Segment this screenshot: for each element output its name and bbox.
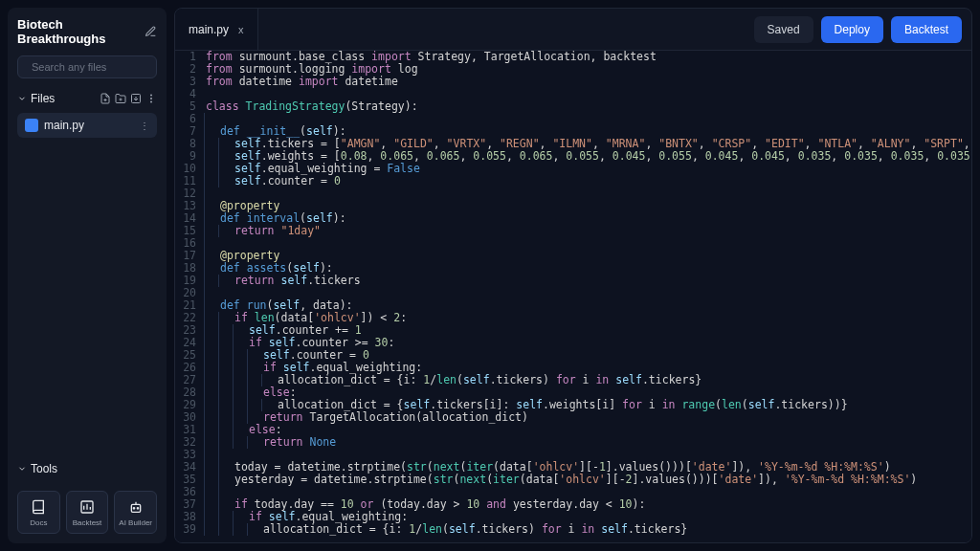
code-line[interactable]: 30return TargetAllocation(allocation_dic… [175, 411, 971, 424]
search-input[interactable] [32, 61, 164, 73]
project-title: Biotech Breakthroughs [17, 17, 145, 46]
code-line[interactable]: 5class TradingStrategy(Strategy): [175, 100, 971, 113]
deploy-button[interactable]: Deploy [821, 16, 883, 43]
file-name: main.py [44, 119, 84, 132]
code-content: yesterday = datetime.strptime(str(next(i… [233, 474, 917, 486]
svg-point-8 [150, 101, 152, 103]
code-line[interactable]: 19return self.tickers [175, 275, 971, 287]
code-content: from datetime import datetime [204, 76, 398, 88]
tab-close-icon[interactable]: x [238, 24, 244, 35]
code-line[interactable]: 3from datetime import datetime [175, 76, 971, 88]
code-line[interactable]: 32return None [175, 436, 971, 449]
tool-docs[interactable]: Docs [17, 491, 60, 534]
code-line[interactable]: 15return "1day" [175, 225, 971, 237]
chevron-down-icon [17, 94, 27, 103]
code-content: return None [261, 436, 336, 449]
python-file-icon [25, 119, 38, 132]
new-folder-icon[interactable] [115, 93, 126, 104]
code-content: class TradingStrategy(Strategy): [204, 100, 418, 113]
tool-aibuilder[interactable]: AI Builder [114, 491, 157, 534]
code-line[interactable]: 12 [175, 187, 971, 200]
tool-label: Docs [30, 518, 47, 527]
code-content: allocation_dict = {i: 1/len(self.tickers… [261, 523, 687, 536]
new-file-icon[interactable] [100, 93, 111, 104]
code-content: return self.tickers [233, 275, 361, 287]
saved-button[interactable]: Saved [754, 16, 813, 43]
tools-section-header[interactable]: Tools [17, 460, 157, 477]
chevron-down-icon [17, 464, 27, 474]
tools-label: Tools [31, 462, 57, 475]
files-section-header[interactable]: Files [17, 90, 157, 107]
code-line[interactable]: 11self.counter = 0 [175, 175, 971, 187]
code-content: return TargetAllocation(allocation_dict) [261, 411, 528, 424]
chart-icon [79, 499, 95, 515]
file-more-icon[interactable]: ⋮ [140, 121, 149, 131]
sidebar-header: Biotech Breakthroughs [17, 17, 157, 46]
robot-icon [128, 499, 144, 515]
code-line[interactable]: 35yesterday = datetime.strptime(str(next… [175, 474, 971, 486]
svg-point-12 [137, 508, 138, 509]
code-content: allocation_dict = {i: 1/len(self.tickers… [276, 374, 702, 386]
import-icon[interactable] [130, 93, 142, 104]
backtest-button[interactable]: Backtest [891, 16, 962, 43]
tool-label: AI Builder [119, 518, 152, 527]
topbar: main.py x Saved Deploy Backtest [175, 9, 971, 51]
code-line[interactable]: 16 [175, 237, 971, 250]
svg-point-7 [150, 98, 152, 99]
code-content: return "1day" [233, 225, 321, 237]
editor-tab[interactable]: main.py x [175, 9, 258, 50]
files-label: Files [31, 92, 55, 105]
tab-name: main.py [189, 23, 229, 36]
tool-backtest[interactable]: Backtest [66, 491, 109, 534]
code-editor[interactable]: 1from surmount.base_class import Strateg… [175, 51, 971, 542]
search-box[interactable] [17, 55, 157, 78]
main-panel: main.py x Saved Deploy Backtest 1from su… [174, 8, 972, 543]
edit-icon[interactable] [145, 25, 157, 38]
file-item[interactable]: main.py ⋮ [17, 113, 157, 138]
tool-label: Backtest [73, 518, 102, 527]
line-number: 39 [175, 523, 204, 536]
book-icon [31, 499, 46, 515]
tools-row: Docs Backtest AI Builder [17, 491, 157, 534]
svg-point-6 [150, 95, 152, 97]
code-line[interactable]: 39allocation_dict = {i: 1/len(self.ticke… [175, 523, 971, 536]
more-icon[interactable] [145, 93, 157, 104]
sidebar: Biotech Breakthroughs Files main.py ⋮ To… [8, 8, 167, 543]
svg-point-11 [133, 508, 134, 509]
code-content: self.counter = 0 [233, 175, 341, 187]
